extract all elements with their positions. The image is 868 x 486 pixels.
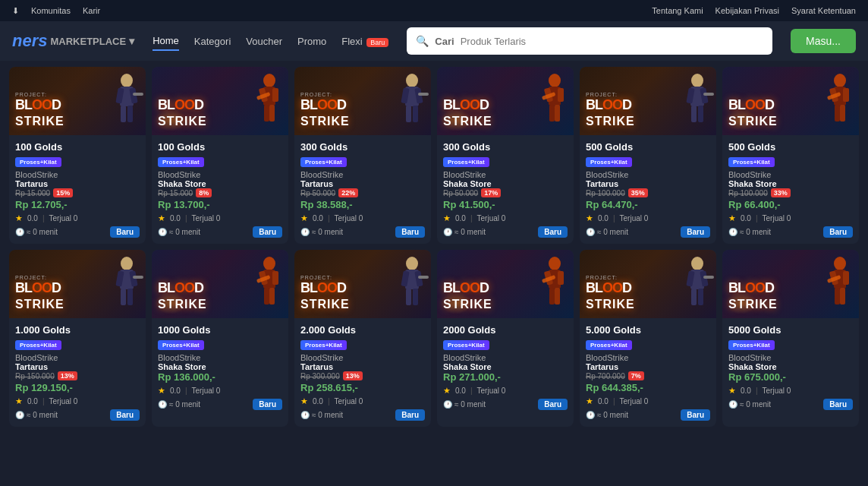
game-label: BloodStrike bbox=[15, 170, 140, 179]
current-price: Rp 136.000,- bbox=[158, 371, 282, 383]
svg-rect-25 bbox=[549, 105, 555, 122]
search-bar[interactable]: 🔍 Cari bbox=[407, 27, 772, 55]
star-icon: ★ bbox=[15, 396, 23, 406]
tentang-link[interactable]: Tentang Kami bbox=[652, 6, 703, 15]
original-price: Rp 15.000 bbox=[15, 189, 50, 197]
star-icon: ★ bbox=[158, 386, 165, 396]
product-card[interactable]: PROJECT: BLOOD STRIKE 2.000 Golds Proses… bbox=[294, 250, 431, 427]
badge-row: Proses+Kilat bbox=[158, 340, 282, 350]
svg-rect-33 bbox=[698, 106, 703, 122]
svg-rect-26 bbox=[555, 105, 560, 122]
login-button[interactable]: Masu... bbox=[791, 29, 856, 53]
nav-promo[interactable]: Promo bbox=[297, 33, 326, 50]
badge-row: Proses+Kilat bbox=[586, 157, 710, 167]
top-bar: ⬇ Komunitas Karir Tentang Kami Kebijakan… bbox=[0, 0, 868, 21]
komunitas-link[interactable]: Komunitas bbox=[31, 6, 71, 15]
separator: | bbox=[328, 214, 330, 222]
product-card[interactable]: BLOOD STRIKE 500 Golds Proses+Kilat Bloo… bbox=[722, 67, 859, 244]
badge-row: Proses+Kilat bbox=[586, 340, 710, 350]
meta-row: ★ 0.0 | Terjual 0 bbox=[443, 386, 568, 396]
product-card[interactable]: BLOOD STRIKE 1000 Golds Proses+Kilat Blo… bbox=[152, 250, 288, 427]
nav-kategori[interactable]: Kategori bbox=[194, 33, 231, 50]
product-card[interactable]: PROJECT: BLOOD STRIKE 1.000 Golds Proses… bbox=[9, 250, 146, 427]
original-price: Rp 300.000 bbox=[300, 372, 340, 380]
meta-row: ★ 0.0 | Terjual 0 bbox=[586, 213, 710, 223]
time-text: 🕐 ≈ 0 menit bbox=[158, 400, 200, 409]
bloodstrike-text: BLOOD STRIKE bbox=[15, 97, 64, 129]
bloodstrike-logo: PROJECT: BLOOD STRIKE bbox=[300, 275, 350, 312]
separator: | bbox=[328, 397, 330, 406]
seller-name: Tartarus bbox=[586, 362, 710, 371]
proses-kilat-badge: Proses+Kilat bbox=[158, 157, 204, 167]
product-image: BLOOD STRIKE bbox=[437, 67, 574, 135]
character-illustration bbox=[821, 71, 859, 135]
bloodstrike-text: BLOOD STRIKE bbox=[586, 97, 635, 129]
baru-badge: Baru bbox=[110, 226, 140, 238]
clock-icon: 🕐 bbox=[158, 228, 167, 236]
clock-icon: 🕐 bbox=[300, 411, 310, 419]
svg-point-49 bbox=[263, 257, 275, 270]
product-card[interactable]: PROJECT: BLOOD STRIKE 100 Golds Proses+K… bbox=[9, 67, 146, 244]
bloodstrike-logo: BLOOD STRIKE bbox=[158, 280, 207, 312]
star-icon: ★ bbox=[15, 213, 23, 223]
product-card[interactable]: PROJECT: BLOOD STRIKE 500 Golds Proses+K… bbox=[580, 67, 716, 244]
bloodstrike-logo: PROJECT: BLOOD STRIKE bbox=[300, 92, 350, 129]
search-input[interactable] bbox=[461, 36, 763, 47]
bloodstrike-logo: BLOOD STRIKE bbox=[728, 97, 778, 129]
product-card[interactable]: BLOOD STRIKE 300 Golds Proses+Kilat Bloo… bbox=[437, 67, 574, 244]
download-icon: ⬇ bbox=[12, 6, 19, 16]
product-image: PROJECT: BLOOD STRIKE bbox=[9, 67, 146, 135]
sold-text: Terjual 0 bbox=[335, 214, 363, 222]
svg-point-0 bbox=[121, 74, 133, 87]
clock-icon: 🕐 bbox=[158, 400, 167, 409]
time-text: 🕐 ≈ 0 menit bbox=[728, 400, 771, 409]
bloodstrike-logo: PROJECT: BLOOD STRIKE bbox=[15, 275, 64, 312]
bloodstrike-text: BLOOD STRIKE bbox=[728, 97, 778, 129]
svg-rect-19 bbox=[413, 106, 418, 122]
current-price: Rp 12.705,- bbox=[15, 199, 140, 210]
nav-voucher[interactable]: Voucher bbox=[246, 33, 282, 50]
sold-text: Terjual 0 bbox=[192, 387, 221, 395]
nav-home[interactable]: Home bbox=[153, 32, 179, 51]
logo-brand: ners bbox=[12, 31, 47, 51]
character-illustration bbox=[393, 254, 431, 318]
product-card[interactable]: BLOOD STRIKE 2000 Golds Proses+Kilat Blo… bbox=[437, 250, 574, 427]
proses-kilat-badge: Proses+Kilat bbox=[443, 157, 489, 167]
rating-text: 0.0 bbox=[741, 214, 751, 222]
product-image: PROJECT: BLOOD STRIKE bbox=[580, 250, 716, 318]
baru-badge: Baru bbox=[395, 226, 425, 238]
nav-flexi[interactable]: Flexi Baru bbox=[341, 33, 388, 50]
discount-badge: 17% bbox=[481, 188, 501, 197]
baru-badge: Baru bbox=[538, 399, 568, 410]
svg-rect-54 bbox=[269, 288, 275, 305]
product-title: 300 Golds bbox=[300, 141, 425, 153]
sold-text: Terjual 0 bbox=[763, 387, 791, 395]
game-label: BloodStrike bbox=[443, 353, 568, 362]
star-icon: ★ bbox=[586, 396, 593, 406]
product-card[interactable]: PROJECT: BLOOD STRIKE 300 Golds Proses+K… bbox=[294, 67, 431, 244]
svg-rect-39 bbox=[835, 105, 840, 122]
kebijakan-link[interactable]: Kebijakan Privasi bbox=[715, 6, 779, 15]
sold-text: Terjual 0 bbox=[620, 397, 649, 406]
rating-text: 0.0 bbox=[27, 214, 38, 222]
time-text: 🕐 ≈ 0 menit bbox=[15, 228, 58, 236]
meta-row: ★ 0.0 | Terjual 0 bbox=[443, 213, 568, 223]
product-image: BLOOD STRIKE bbox=[722, 67, 859, 135]
bloodstrike-text: BLOOD STRIKE bbox=[586, 280, 635, 312]
product-image: BLOOD STRIKE bbox=[722, 250, 859, 318]
sold-text: Terjual 0 bbox=[763, 214, 791, 222]
star-icon: ★ bbox=[443, 386, 451, 396]
separator: | bbox=[756, 214, 758, 222]
karir-link[interactable]: Karir bbox=[83, 6, 100, 15]
product-card[interactable]: BLOOD STRIKE 100 Golds Proses+Kilat Bloo… bbox=[152, 67, 288, 244]
bloodstrike-text: BLOOD STRIKE bbox=[443, 280, 492, 312]
character-illustration bbox=[250, 71, 288, 135]
game-label: BloodStrike bbox=[15, 353, 140, 362]
svg-rect-80 bbox=[843, 271, 849, 285]
product-card[interactable]: PROJECT: BLOOD STRIKE 5.000 Golds Proses… bbox=[580, 250, 716, 427]
proses-kilat-badge: Proses+Kilat bbox=[443, 340, 489, 350]
product-card[interactable]: BLOOD STRIKE 5000 Golds Proses+Kilat Blo… bbox=[722, 250, 859, 427]
meta-row: ★ 0.0 | Terjual 0 bbox=[158, 386, 282, 396]
syarat-link[interactable]: Syarat Ketentuan bbox=[791, 6, 856, 15]
character-illustration bbox=[108, 254, 146, 318]
